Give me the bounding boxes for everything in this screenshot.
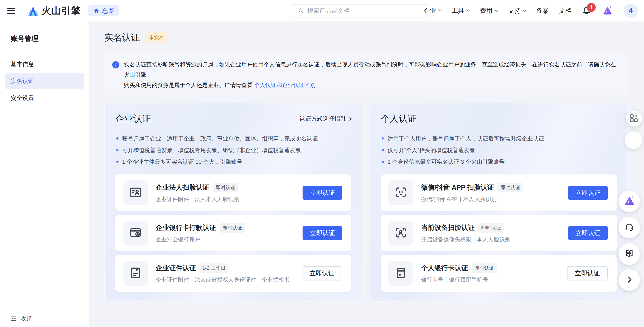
method-title: 企业银行卡打款认证 [156, 223, 216, 232]
widgets-button[interactable] [626, 110, 642, 126]
alert-text-line1: 实名认证直接影响账号和资源的归属，如果企业用户使用个人信息进行实名认证，后续出现… [112, 59, 620, 80]
method-description: 企业证件附件｜法人本人人脸识别 [156, 196, 240, 203]
auth-method-row: 个人银行卡认证 即时认证 银行卡号｜银行预留手机号 立即认证 [381, 255, 617, 292]
method-time-badge: 即时认证 [478, 223, 504, 232]
search-icon [298, 8, 304, 14]
method-description: 开启设备摄像头权限｜本人人脸识别 [421, 236, 510, 243]
ai-assistant-button[interactable] [618, 190, 640, 212]
top-nav-item[interactable]: 支持 [508, 6, 526, 15]
method-title: 企业证件认证 [156, 264, 196, 273]
method-title: 微信/抖音 APP 扫脸认证 [421, 183, 494, 192]
notification-count-badge: 1 [587, 3, 596, 12]
method-icon-tile [123, 220, 148, 246]
method-title: 个人银行卡认证 [421, 264, 468, 273]
customer-support-button[interactable] [618, 217, 640, 238]
book-icon [624, 249, 634, 260]
bullet-item: 账号归属于企业，适用于企业、政府、事业单位、团体、组织等，完成实名认证 [116, 135, 351, 142]
method-icon-tile [123, 261, 148, 286]
method-icon-tile [388, 180, 414, 205]
auth-difference-link[interactable]: 个人认证和企业认证区别 [254, 82, 316, 88]
verify-now-button[interactable]: 立即认证 [302, 226, 342, 240]
top-nav-links: 企业 工具 费用 支持 备案 文档 [424, 0, 638, 22]
collapse-toolbar-button[interactable] [618, 269, 640, 291]
personal-method-list: 微信/抖音 APP 扫脸认证 即时认证 微信/抖音 APP｜本人人脸识别 立即认… [381, 174, 617, 292]
auth-method-row: 微信/抖音 APP 扫脸认证 即时认证 微信/抖音 APP｜本人人脸识别 立即认… [381, 174, 617, 211]
top-navbar: 火山引擎 总览 企业 工具 费用 [0, 0, 644, 22]
collapse-panel-icon [10, 315, 17, 322]
method-time-badge: 即时认证 [472, 264, 497, 273]
method-time-badge: 1-2 工作日 [200, 264, 228, 273]
enterprise-auth-card: 企业认证 认证方式选择指引 账号归属于企业，适用于企业、政府、事业单位、团体、组… [104, 103, 362, 302]
sidebar-collapse-button[interactable]: 收起 [0, 310, 89, 327]
sidebar: 账号管理 基本信息 实名认证 安全设置 收起 [0, 22, 90, 327]
auth-method-guide-link[interactable]: 认证方式选择指引 [300, 115, 351, 122]
search-input[interactable] [307, 8, 422, 14]
sidebar-menu-item[interactable]: 实名认证 [5, 73, 84, 89]
verify-now-button[interactable]: 立即认证 [302, 186, 342, 200]
documentation-button[interactable] [618, 243, 640, 265]
method-icon-tile [388, 220, 414, 246]
home-icon [93, 8, 100, 14]
auth-method-row: 企业法人扫脸认证 即时认证 企业证件附件｜法人本人人脸识别 立即认证 [116, 174, 351, 211]
verify-now-button[interactable]: 立即认证 [567, 266, 608, 280]
verify-now-button[interactable]: 立即认证 [568, 186, 608, 200]
bullet-item: 可开增值税普通发票、增值税专用发票、组织（非企业）增值税普通发票 [116, 146, 351, 154]
verify-now-button[interactable]: 立即认证 [302, 266, 342, 280]
overview-button[interactable]: 总览 [88, 5, 120, 16]
method-time-badge: 即时认证 [498, 183, 523, 192]
enterprise-bullet-list: 账号归属于企业，适用于企业、政府、事业单位、团体、组织等，完成实名认证 可开增值… [116, 135, 351, 166]
enterprise-method-list: 企业法人扫脸认证 即时认证 企业证件附件｜法人本人人脸识别 立即认证 企业银行卡… [116, 174, 351, 292]
method-time-badge: 即时认证 [220, 223, 245, 232]
alert-text-line2: 购买和使用的资源是属于个人还是企业。详情请查看 个人认证和企业认证区别 [112, 80, 620, 90]
ai-assistant-mascot-icon[interactable] [602, 5, 613, 16]
notification-bell-button[interactable]: 1 [582, 6, 591, 16]
method-description: 企业对公银行账户 [156, 236, 245, 243]
sidebar-menu: 基本信息 实名认证 安全设置 [0, 56, 89, 106]
method-icon-tile [123, 180, 148, 205]
top-nav-item[interactable]: 文档 [559, 6, 572, 15]
method-icon-tile [388, 261, 414, 286]
global-search [293, 4, 427, 18]
hamburger-menu-icon[interactable] [7, 6, 15, 15]
chevron-down-icon [466, 8, 470, 12]
main-content: 实名认证 未实名 i 实名认证直接影响账号和资源的归属，如果企业用户使用个人信息… [90, 22, 644, 327]
sidebar-menu-item[interactable]: 安全设置 [0, 90, 89, 106]
top-nav-item[interactable]: 企业 [424, 6, 442, 15]
verify-now-button[interactable]: 立即认证 [568, 226, 608, 240]
page-title: 实名认证 [104, 31, 140, 44]
chevron-down-icon [495, 8, 498, 12]
info-alert: i 实名认证直接影响账号和资源的归属，如果企业用户使用个人信息进行实名认证，后续… [104, 54, 628, 96]
sidebar-menu-item[interactable]: 基本信息 [0, 56, 89, 72]
chevron-right-icon [348, 117, 352, 121]
enterprise-card-title: 企业认证 [116, 112, 151, 125]
personal-auth-card: 个人认证 适用于个人用户，账号归属于个人，认证后可按需升级企业认证 仅可开“个人… [370, 103, 628, 302]
bullet-item: 仅可开“个人”抬头的增值税普通发票 [381, 146, 617, 154]
ai-mascot-icon [623, 194, 636, 208]
auth-method-row: 企业证件认证 1-2 工作日 企业证件附件｜法人或被授权人身份证件｜企业授权书 … [116, 255, 351, 292]
method-title: 企业法人扫脸认证 [156, 183, 209, 192]
info-icon: i [112, 61, 120, 68]
top-nav-item[interactable]: 费用 [480, 6, 498, 15]
sidebar-title: 账号管理 [0, 22, 89, 44]
top-nav-item[interactable]: 备案 [536, 6, 549, 15]
logo-text: 火山引擎 [42, 4, 81, 17]
method-description: 微信/抖音 APP｜本人人脸识别 [421, 196, 523, 203]
widget-grid-icon [629, 113, 639, 124]
verification-status-badge: 未实名 [146, 32, 167, 43]
auth-method-row: 当前设备扫脸认证 即时认证 开启设备摄像头权限｜本人人脸识别 立即认证 [381, 215, 617, 252]
translate-button[interactable]: 中A [625, 132, 642, 149]
logo-mountain-icon [27, 5, 39, 16]
top-nav-item[interactable]: 工具 [452, 6, 470, 15]
method-time-badge: 即时认证 [213, 183, 238, 192]
user-avatar[interactable]: 4 [624, 4, 638, 18]
method-description: 企业证件附件｜法人或被授权人身份证件｜企业授权书 [156, 276, 290, 284]
chevron-down-icon [438, 8, 442, 12]
bullet-item: 1 个企业主体最多可实名认证 10 个火山引擎账号 [116, 158, 351, 166]
chevron-right-icon [624, 275, 634, 286]
bullet-item: 适用于个人用户，账号归属于个人，认证后可按需升级企业认证 [381, 135, 617, 142]
volcengine-logo: 火山引擎 [27, 4, 81, 17]
bullet-item: 1 个身份信息最多可实名认证 3 个火山引擎账号 [381, 158, 617, 166]
personal-card-title: 个人认证 [381, 112, 416, 125]
method-title: 当前设备扫脸认证 [421, 223, 475, 232]
headset-icon [624, 222, 634, 233]
